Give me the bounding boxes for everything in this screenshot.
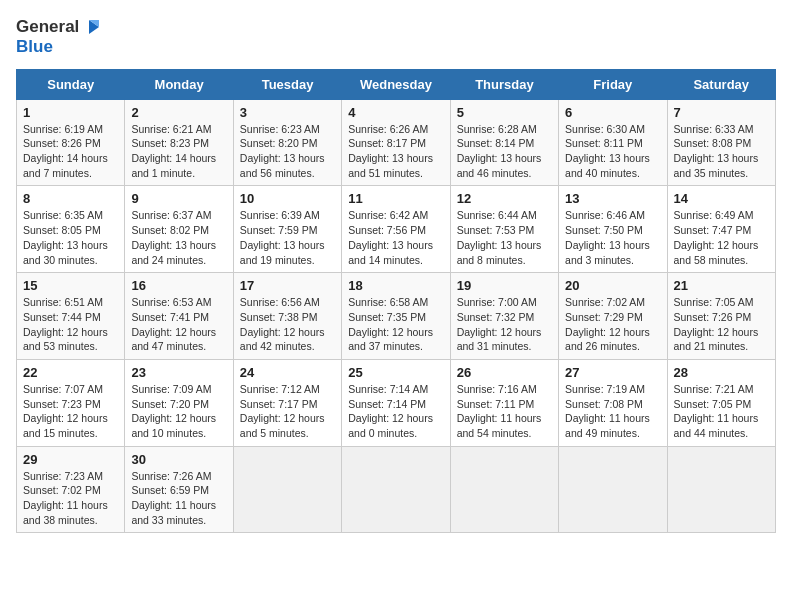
day-cell [559, 446, 667, 533]
day-detail: Sunrise: 6:23 AM Sunset: 8:20 PM Dayligh… [240, 122, 335, 181]
day-cell: 30 Sunrise: 7:26 AM Sunset: 6:59 PM Dayl… [125, 446, 233, 533]
week-row-3: 15 Sunrise: 6:51 AM Sunset: 7:44 PM Dayl… [17, 273, 776, 360]
day-number: 6 [565, 105, 660, 120]
day-detail: Sunrise: 7:07 AM Sunset: 7:23 PM Dayligh… [23, 382, 118, 441]
day-cell: 22 Sunrise: 7:07 AM Sunset: 7:23 PM Dayl… [17, 359, 125, 446]
day-detail: Sunrise: 7:21 AM Sunset: 7:05 PM Dayligh… [674, 382, 769, 441]
day-number: 7 [674, 105, 769, 120]
day-cell [667, 446, 775, 533]
day-detail: Sunrise: 6:35 AM Sunset: 8:05 PM Dayligh… [23, 208, 118, 267]
header-cell-friday: Friday [559, 69, 667, 99]
header-cell-wednesday: Wednesday [342, 69, 450, 99]
day-number: 3 [240, 105, 335, 120]
day-detail: Sunrise: 7:09 AM Sunset: 7:20 PM Dayligh… [131, 382, 226, 441]
day-cell: 13 Sunrise: 6:46 AM Sunset: 7:50 PM Dayl… [559, 186, 667, 273]
header-cell-sunday: Sunday [17, 69, 125, 99]
day-number: 16 [131, 278, 226, 293]
day-detail: Sunrise: 7:05 AM Sunset: 7:26 PM Dayligh… [674, 295, 769, 354]
week-row-1: 1 Sunrise: 6:19 AM Sunset: 8:26 PM Dayli… [17, 99, 776, 186]
day-cell: 26 Sunrise: 7:16 AM Sunset: 7:11 PM Dayl… [450, 359, 558, 446]
day-cell: 16 Sunrise: 6:53 AM Sunset: 7:41 PM Dayl… [125, 273, 233, 360]
day-cell: 20 Sunrise: 7:02 AM Sunset: 7:29 PM Dayl… [559, 273, 667, 360]
day-detail: Sunrise: 6:44 AM Sunset: 7:53 PM Dayligh… [457, 208, 552, 267]
day-cell: 18 Sunrise: 6:58 AM Sunset: 7:35 PM Dayl… [342, 273, 450, 360]
day-cell: 14 Sunrise: 6:49 AM Sunset: 7:47 PM Dayl… [667, 186, 775, 273]
day-cell: 15 Sunrise: 6:51 AM Sunset: 7:44 PM Dayl… [17, 273, 125, 360]
day-number: 14 [674, 191, 769, 206]
day-number: 10 [240, 191, 335, 206]
header-cell-monday: Monday [125, 69, 233, 99]
day-cell [450, 446, 558, 533]
day-cell: 19 Sunrise: 7:00 AM Sunset: 7:32 PM Dayl… [450, 273, 558, 360]
day-number: 13 [565, 191, 660, 206]
day-cell: 24 Sunrise: 7:12 AM Sunset: 7:17 PM Dayl… [233, 359, 341, 446]
day-number: 2 [131, 105, 226, 120]
day-detail: Sunrise: 7:16 AM Sunset: 7:11 PM Dayligh… [457, 382, 552, 441]
day-number: 30 [131, 452, 226, 467]
day-detail: Sunrise: 6:33 AM Sunset: 8:08 PM Dayligh… [674, 122, 769, 181]
day-cell: 25 Sunrise: 7:14 AM Sunset: 7:14 PM Dayl… [342, 359, 450, 446]
day-cell: 29 Sunrise: 7:23 AM Sunset: 7:02 PM Dayl… [17, 446, 125, 533]
header-row: SundayMondayTuesdayWednesdayThursdayFrid… [17, 69, 776, 99]
day-detail: Sunrise: 6:53 AM Sunset: 7:41 PM Dayligh… [131, 295, 226, 354]
day-number: 27 [565, 365, 660, 380]
day-detail: Sunrise: 7:12 AM Sunset: 7:17 PM Dayligh… [240, 382, 335, 441]
day-cell: 17 Sunrise: 6:56 AM Sunset: 7:38 PM Dayl… [233, 273, 341, 360]
day-detail: Sunrise: 6:58 AM Sunset: 7:35 PM Dayligh… [348, 295, 443, 354]
day-detail: Sunrise: 6:30 AM Sunset: 8:11 PM Dayligh… [565, 122, 660, 181]
header-cell-thursday: Thursday [450, 69, 558, 99]
day-cell: 23 Sunrise: 7:09 AM Sunset: 7:20 PM Dayl… [125, 359, 233, 446]
day-cell: 4 Sunrise: 6:26 AM Sunset: 8:17 PM Dayli… [342, 99, 450, 186]
day-detail: Sunrise: 7:02 AM Sunset: 7:29 PM Dayligh… [565, 295, 660, 354]
day-number: 18 [348, 278, 443, 293]
day-number: 4 [348, 105, 443, 120]
day-cell: 1 Sunrise: 6:19 AM Sunset: 8:26 PM Dayli… [17, 99, 125, 186]
day-cell: 7 Sunrise: 6:33 AM Sunset: 8:08 PM Dayli… [667, 99, 775, 186]
day-detail: Sunrise: 6:26 AM Sunset: 8:17 PM Dayligh… [348, 122, 443, 181]
day-detail: Sunrise: 6:56 AM Sunset: 7:38 PM Dayligh… [240, 295, 335, 354]
day-number: 29 [23, 452, 118, 467]
day-cell [342, 446, 450, 533]
day-detail: Sunrise: 7:23 AM Sunset: 7:02 PM Dayligh… [23, 469, 118, 528]
logo-text: General Blue [16, 16, 103, 57]
page-header: General Blue [16, 16, 776, 57]
day-number: 21 [674, 278, 769, 293]
day-detail: Sunrise: 6:51 AM Sunset: 7:44 PM Dayligh… [23, 295, 118, 354]
day-number: 19 [457, 278, 552, 293]
day-cell: 28 Sunrise: 7:21 AM Sunset: 7:05 PM Dayl… [667, 359, 775, 446]
day-cell: 3 Sunrise: 6:23 AM Sunset: 8:20 PM Dayli… [233, 99, 341, 186]
logo: General Blue [16, 16, 103, 57]
day-detail: Sunrise: 6:42 AM Sunset: 7:56 PM Dayligh… [348, 208, 443, 267]
day-number: 23 [131, 365, 226, 380]
day-detail: Sunrise: 6:37 AM Sunset: 8:02 PM Dayligh… [131, 208, 226, 267]
day-detail: Sunrise: 7:19 AM Sunset: 7:08 PM Dayligh… [565, 382, 660, 441]
day-cell: 6 Sunrise: 6:30 AM Sunset: 8:11 PM Dayli… [559, 99, 667, 186]
day-cell [233, 446, 341, 533]
day-detail: Sunrise: 6:39 AM Sunset: 7:59 PM Dayligh… [240, 208, 335, 267]
day-cell: 8 Sunrise: 6:35 AM Sunset: 8:05 PM Dayli… [17, 186, 125, 273]
day-number: 11 [348, 191, 443, 206]
day-cell: 11 Sunrise: 6:42 AM Sunset: 7:56 PM Dayl… [342, 186, 450, 273]
day-detail: Sunrise: 6:49 AM Sunset: 7:47 PM Dayligh… [674, 208, 769, 267]
day-cell: 2 Sunrise: 6:21 AM Sunset: 8:23 PM Dayli… [125, 99, 233, 186]
day-cell: 5 Sunrise: 6:28 AM Sunset: 8:14 PM Dayli… [450, 99, 558, 186]
day-number: 25 [348, 365, 443, 380]
day-cell: 12 Sunrise: 6:44 AM Sunset: 7:53 PM Dayl… [450, 186, 558, 273]
day-cell: 10 Sunrise: 6:39 AM Sunset: 7:59 PM Dayl… [233, 186, 341, 273]
day-detail: Sunrise: 6:28 AM Sunset: 8:14 PM Dayligh… [457, 122, 552, 181]
week-row-5: 29 Sunrise: 7:23 AM Sunset: 7:02 PM Dayl… [17, 446, 776, 533]
day-number: 26 [457, 365, 552, 380]
day-number: 8 [23, 191, 118, 206]
day-number: 20 [565, 278, 660, 293]
day-detail: Sunrise: 6:21 AM Sunset: 8:23 PM Dayligh… [131, 122, 226, 181]
day-number: 5 [457, 105, 552, 120]
day-number: 15 [23, 278, 118, 293]
day-detail: Sunrise: 7:00 AM Sunset: 7:32 PM Dayligh… [457, 295, 552, 354]
calendar-table: SundayMondayTuesdayWednesdayThursdayFrid… [16, 69, 776, 534]
logo-arrow-icon [81, 16, 103, 38]
week-row-4: 22 Sunrise: 7:07 AM Sunset: 7:23 PM Dayl… [17, 359, 776, 446]
day-number: 22 [23, 365, 118, 380]
week-row-2: 8 Sunrise: 6:35 AM Sunset: 8:05 PM Dayli… [17, 186, 776, 273]
day-cell: 27 Sunrise: 7:19 AM Sunset: 7:08 PM Dayl… [559, 359, 667, 446]
header-cell-saturday: Saturday [667, 69, 775, 99]
